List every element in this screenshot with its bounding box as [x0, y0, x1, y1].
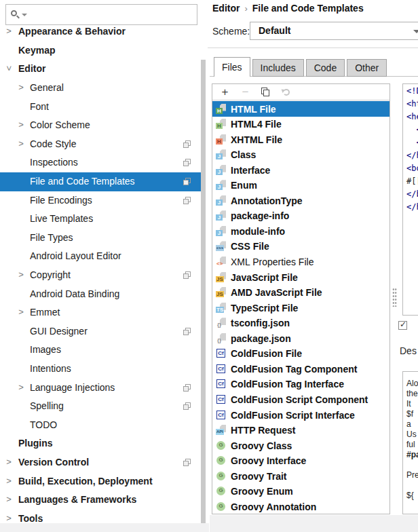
file-type-badge: TS: [216, 307, 224, 313]
copy-template-button[interactable]: [260, 86, 271, 98]
scheme-dropdown[interactable]: Default: [250, 22, 418, 40]
remove-template-button[interactable]: −: [240, 86, 251, 98]
cf-file-icon: Cf: [216, 379, 227, 390]
sidebar-item-copyright[interactable]: > Copyright: [0, 266, 202, 285]
tab-includes[interactable]: Includes: [252, 59, 304, 77]
sidebar-item-color-scheme[interactable]: > Color Scheme: [0, 116, 202, 135]
cf-file-icon: Cf: [216, 364, 227, 375]
sidebar-item-code-style[interactable]: > Code Style: [0, 135, 202, 154]
sidebar-item-emmet[interactable]: > Emmet: [0, 303, 202, 322]
template-item-coldfusion-file[interactable]: Cf ColdFusion File: [212, 346, 390, 362]
template-item-coldfusion-script-component[interactable]: Cf ColdFusion Script Component: [212, 392, 390, 407]
reset-template-button[interactable]: [280, 86, 292, 98]
file-type-badge: J: [216, 153, 223, 159]
template-item-package-json[interactable]: {} package.json: [212, 330, 390, 346]
template-item-interface[interactable]: J Interface: [212, 162, 390, 178]
sidebar-item-images[interactable]: Images: [0, 341, 202, 360]
breadcrumb-editor-link[interactable]: Editor: [212, 3, 240, 14]
template-item-xhtml-file[interactable]: H XHTML File: [212, 132, 390, 147]
template-item-groovy-class[interactable]: G Groovy Class: [212, 438, 390, 453]
sidebar-item-label: TODO: [30, 419, 57, 430]
tab-label: Code: [314, 62, 337, 73]
sidebar-item-label: Plugins: [18, 438, 53, 449]
template-item-amd-javascript-file[interactable]: JS AMD JavaScript File: [212, 285, 390, 301]
sidebar-item-general[interactable]: > General: [0, 79, 202, 98]
template-option-checkbox[interactable]: ✓: [398, 321, 407, 330]
settings-tree: > Appearance & Behavior Keymap > Editor …: [0, 0, 209, 532]
sidebar-scrollbar[interactable]: [201, 60, 206, 526]
template-item-groovy-enum[interactable]: G Groovy Enum: [212, 484, 390, 499]
sidebar-item-file-types[interactable]: File Types: [0, 229, 202, 248]
sidebar-item-plugins[interactable]: Plugins: [0, 434, 202, 453]
file-type-badge: Cf: [216, 364, 225, 373]
sidebar-item-version-control[interactable]: > Version Control: [0, 453, 202, 472]
sidebar-item-file-and-code-templates[interactable]: File and Code Templates: [0, 172, 202, 191]
sidebar-item-label: Emmet: [30, 307, 60, 318]
template-item-groovy-annotation[interactable]: G Groovy Annotation: [212, 499, 390, 514]
template-item-html-file[interactable]: H HTML File: [212, 101, 390, 117]
tab-label: Files: [222, 62, 242, 73]
sidebar-item-android-data-binding[interactable]: Android Data Binding: [0, 285, 202, 304]
template-item-http-request[interactable]: API HTTP Request: [212, 423, 390, 438]
tab-files[interactable]: Files: [214, 57, 250, 77]
file-type-badge: J: [216, 169, 223, 175]
template-item-groovy-trait[interactable]: G Groovy Trait: [212, 468, 390, 484]
sidebar-item-spelling[interactable]: Spelling: [0, 397, 202, 416]
per-project-icon: [183, 384, 191, 392]
sidebar-item-build-execution-deployment[interactable]: > Build, Execution, Deployment: [0, 472, 202, 491]
sidebar-item-live-templates[interactable]: Live Templates: [0, 210, 202, 229]
chevron-right-icon: >: [5, 26, 13, 36]
sidebar-item-file-encodings[interactable]: File Encodings: [0, 191, 202, 210]
template-item-tsconfig-json[interactable]: {} tsconfig.json: [212, 316, 390, 331]
sidebar-item-android-layout-editor[interactable]: Android Layout Editor: [0, 247, 202, 266]
sidebar-item-todo[interactable]: TODO: [0, 416, 202, 435]
sidebar-item-languages-frameworks[interactable]: > Languages & Frameworks: [0, 491, 202, 510]
sidebar-item-editor[interactable]: > Editor: [0, 60, 202, 79]
tab-other[interactable]: Other: [347, 59, 387, 77]
template-item-html4-file[interactable]: H HTML4 File: [212, 117, 390, 132]
template-item-xml-properties-file[interactable]: <> XML Properties File: [212, 254, 390, 270]
sidebar-item-label: Images: [30, 344, 61, 355]
sidebar-item-label: Appearance & Behavior: [18, 26, 126, 37]
header-separator: [208, 48, 418, 48]
sidebar-item-appearance-behavior[interactable]: > Appearance & Behavior: [0, 22, 202, 41]
template-editor[interactable]: <!D<ht<he < <</h<bo#[[</b</h: [402, 83, 418, 316]
template-item-coldfusion-script-interface[interactable]: Cf ColdFusion Script Interface: [212, 407, 390, 423]
description-line: a: [406, 419, 411, 430]
file-type-badge: H: [216, 123, 223, 129]
template-item-module-info[interactable]: J module-info: [212, 223, 390, 239]
template-item-css-file[interactable]: css CSS File: [212, 239, 390, 254]
template-item-typescript-file[interactable]: TS TypeScript File: [212, 300, 390, 316]
description-line: Us: [406, 430, 417, 440]
panel-splitter-handle[interactable]: [392, 288, 397, 307]
json-file-icon: {}: [216, 318, 227, 328]
sidebar-item-label: Languages & Frameworks: [18, 494, 136, 505]
template-item-coldfusion-tag-interface[interactable]: Cf ColdFusion Tag Interface: [212, 377, 390, 392]
sidebar-item-language-injections[interactable]: > Language Injections: [0, 379, 202, 398]
sidebar-item-intentions[interactable]: Intentions: [0, 360, 202, 379]
sidebar-item-label: Android Layout Editor: [30, 250, 121, 261]
sidebar-item-label: Keymap: [18, 45, 55, 56]
sidebar-item-inspections[interactable]: Inspections: [0, 153, 202, 172]
per-project-icon: [183, 159, 191, 167]
template-toolbar: + −: [212, 84, 390, 100]
code-line: <he: [406, 111, 418, 124]
sidebar-item-font[interactable]: Font: [0, 98, 202, 117]
template-item-javascript-file[interactable]: JS JavaScript File: [212, 269, 390, 285]
template-item-package-info[interactable]: J package-info: [212, 208, 390, 224]
template-item-annotationtype[interactable]: J AnnotationType: [212, 193, 390, 208]
ts-file-icon: TS: [216, 303, 227, 314]
template-item-coldfusion-tag-component[interactable]: Cf ColdFusion Tag Component: [212, 361, 390, 377]
checkmark-icon: ✓: [400, 320, 406, 329]
sidebar-item-gui-designer[interactable]: GUI Designer: [0, 322, 202, 341]
file-type-badge: J: [216, 184, 223, 190]
template-name-label: ColdFusion Tag Interface: [231, 379, 344, 390]
add-template-button[interactable]: +: [219, 86, 231, 98]
template-item-groovy-interface[interactable]: G Groovy Interface: [212, 453, 390, 469]
tab-code[interactable]: Code: [306, 59, 345, 77]
template-item-enum[interactable]: J Enum: [212, 178, 390, 193]
template-item-class[interactable]: J Class: [212, 147, 390, 163]
sidebar-item-keymap[interactable]: Keymap: [0, 41, 202, 60]
sidebar-item-label: File Encodings: [30, 195, 92, 206]
template-name-label: TypeScript File: [231, 303, 298, 314]
